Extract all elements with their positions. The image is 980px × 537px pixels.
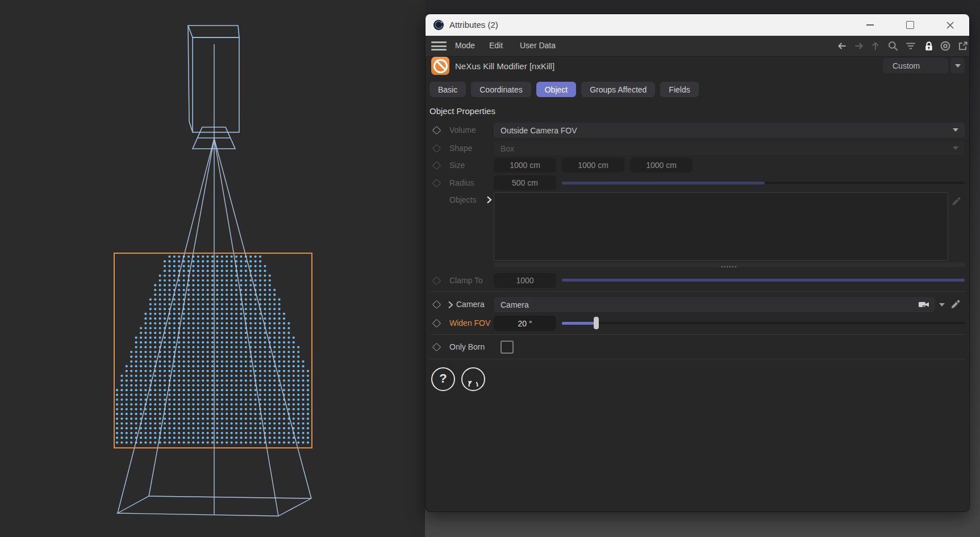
eyedropper-icon[interactable] (949, 299, 961, 311)
attributes-window: Attributes (2) Mode Edit User Data (425, 14, 970, 512)
tab-basic[interactable]: Basic (429, 82, 466, 97)
tab-groups-affected[interactable]: Groups Affected (581, 82, 655, 97)
open-new-window-icon[interactable] (957, 40, 969, 52)
clamp-to-field: 1000 (494, 273, 556, 288)
maximize-button[interactable] (901, 18, 919, 32)
question-mark-icon: ? (439, 371, 447, 386)
lock-icon[interactable] (923, 40, 935, 52)
menu-mode[interactable]: Mode (455, 41, 475, 50)
widen-fov-slider-handle[interactable] (594, 317, 599, 329)
menu-edit[interactable]: Edit (489, 41, 503, 50)
clamp-slider-fill (562, 279, 965, 282)
prohibition-icon (433, 59, 448, 73)
divider (429, 359, 965, 359)
keyframe-diamond-volume[interactable] (432, 126, 441, 135)
shape-dropdown: Box (494, 141, 965, 156)
objects-list-box[interactable] (494, 192, 948, 261)
camera-label: Camera (456, 300, 485, 309)
viewport-scene (0, 0, 425, 537)
viewport-3d[interactable] (0, 0, 425, 537)
camera-link-field[interactable]: Camera (494, 297, 935, 312)
widen-fov-slider-fill (562, 322, 596, 325)
minimize-button[interactable] (861, 18, 879, 32)
search-icon[interactable] (887, 40, 899, 52)
record-target-icon[interactable] (940, 40, 951, 52)
volume-label: Volume (449, 125, 476, 135)
eyedropper-icon[interactable] (950, 196, 962, 207)
keyframe-diamond-size (432, 161, 441, 170)
keyframe-diamond-shape (432, 144, 441, 153)
keyframe-diamond-only-born[interactable] (432, 343, 441, 352)
preset-custom-button[interactable]: Custom (883, 58, 948, 73)
size-x-field: 1000 cm (494, 158, 556, 173)
chevron-down-icon (953, 146, 958, 150)
divider (429, 291, 965, 292)
camera-value: Camera (501, 300, 529, 309)
shape-value: Box (501, 144, 514, 153)
radius-field: 500 cm (494, 175, 556, 190)
radius-slider-fill (562, 182, 765, 184)
particle-dot-grid (116, 255, 309, 444)
keyframe-diamond-widen-fov[interactable] (432, 319, 441, 328)
size-z-field: 1000 cm (630, 158, 693, 173)
camera-frustum-lines (118, 44, 311, 516)
only-born-label: Only Born (449, 342, 485, 351)
list-resize-grip[interactable]: ...... (494, 262, 965, 267)
nexus-kill-modifier-icon[interactable] (431, 57, 449, 75)
menu-bar: Mode Edit User Data (426, 36, 969, 57)
shape-label: Shape (449, 144, 472, 153)
keyframe-diamond-clamp (432, 276, 441, 286)
chevron-right-icon[interactable] (486, 196, 493, 204)
chevron-right-icon[interactable] (447, 301, 454, 309)
preset-dropdown-button[interactable] (950, 58, 965, 73)
minimize-icon (866, 24, 874, 26)
object-name: NeXus Kill Modifier [nxKill] (455, 61, 554, 71)
objects-label: Objects (449, 195, 476, 204)
size-label: Size (449, 161, 465, 170)
keyframe-diamond-camera[interactable] (432, 300, 441, 309)
hamburger-menu-icon[interactable] (431, 41, 447, 51)
camera-object-icon (918, 300, 931, 309)
cinema4d-logo-icon (433, 19, 444, 31)
back-arrow-icon[interactable] (836, 40, 848, 52)
help-button[interactable]: ? (431, 367, 455, 391)
menu-user-data[interactable]: User Data (520, 41, 556, 50)
close-button[interactable] (941, 18, 959, 32)
reset-arrow-icon (466, 372, 481, 387)
filter-icon[interactable] (905, 40, 916, 52)
up-arrow-icon[interactable] (870, 40, 881, 52)
size-y-field: 1000 cm (562, 158, 624, 173)
widen-fov-field[interactable]: 20 ° (494, 316, 556, 331)
reset-button[interactable] (461, 367, 485, 391)
only-born-checkbox[interactable] (501, 341, 514, 354)
tab-fields[interactable]: Fields (660, 82, 698, 97)
widen-fov-slider-track[interactable] (562, 322, 965, 324)
section-title: Object Properties (429, 106, 495, 116)
keyframe-diamond-radius (432, 179, 441, 188)
volume-dropdown[interactable]: Outside Camera FOV (494, 123, 965, 138)
widen-fov-label: Widen FOV (449, 318, 490, 328)
tab-coordinates[interactable]: Coordinates (471, 82, 531, 97)
maximize-icon (906, 21, 914, 29)
title-bar[interactable]: Attributes (2) (426, 14, 969, 36)
camera-wireframe (188, 26, 239, 149)
chevron-down-icon (953, 128, 958, 132)
tab-bar: Basic Coordinates Object Groups Affected… (429, 82, 699, 97)
camera-dropdown-icon[interactable] (939, 303, 945, 307)
screen: Attributes (2) Mode Edit User Data (0, 0, 980, 537)
divider (429, 334, 965, 335)
volume-value: Outside Camera FOV (501, 126, 577, 135)
chevron-down-icon (955, 64, 961, 68)
radius-label: Radius (449, 178, 474, 187)
tab-object[interactable]: Object (536, 82, 576, 97)
clamp-to-label: Clamp To (449, 276, 483, 285)
window-title: Attributes (2) (449, 20, 498, 30)
close-icon (946, 21, 954, 30)
forward-arrow-icon[interactable] (853, 40, 865, 52)
